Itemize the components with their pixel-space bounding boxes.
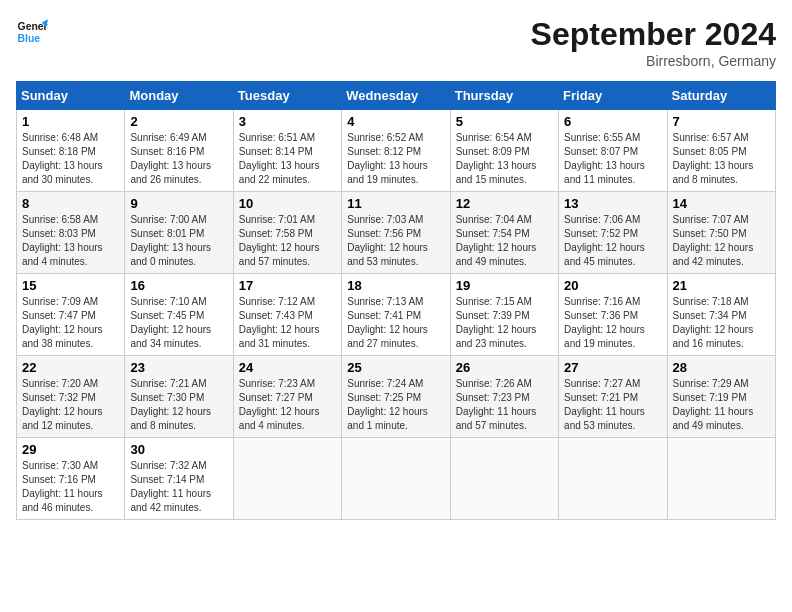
day-info: Sunrise: 7:29 AM Sunset: 7:19 PM Dayligh… [673, 377, 770, 433]
day-info: Sunrise: 6:52 AM Sunset: 8:12 PM Dayligh… [347, 131, 444, 187]
logo: General Blue [16, 16, 48, 48]
calendar-cell: 20 Sunrise: 7:16 AM Sunset: 7:36 PM Dayl… [559, 274, 667, 356]
daylight-text: Daylight: 11 hours and 49 minutes. [673, 405, 770, 433]
calendar-cell: 28 Sunrise: 7:29 AM Sunset: 7:19 PM Dayl… [667, 356, 775, 438]
sunset-text: Sunset: 7:41 PM [347, 309, 444, 323]
day-info: Sunrise: 7:13 AM Sunset: 7:41 PM Dayligh… [347, 295, 444, 351]
day-number: 28 [673, 360, 770, 375]
sunset-text: Sunset: 7:36 PM [564, 309, 661, 323]
sunset-text: Sunset: 7:56 PM [347, 227, 444, 241]
day-number: 13 [564, 196, 661, 211]
daylight-text: Daylight: 12 hours and 23 minutes. [456, 323, 553, 351]
sunset-text: Sunset: 7:39 PM [456, 309, 553, 323]
day-number: 25 [347, 360, 444, 375]
day-info: Sunrise: 7:24 AM Sunset: 7:25 PM Dayligh… [347, 377, 444, 433]
calendar-cell [342, 438, 450, 520]
day-number: 3 [239, 114, 336, 129]
day-number: 8 [22, 196, 119, 211]
day-number: 26 [456, 360, 553, 375]
day-info: Sunrise: 7:26 AM Sunset: 7:23 PM Dayligh… [456, 377, 553, 433]
day-info: Sunrise: 7:27 AM Sunset: 7:21 PM Dayligh… [564, 377, 661, 433]
sunset-text: Sunset: 8:16 PM [130, 145, 227, 159]
day-number: 15 [22, 278, 119, 293]
sunset-text: Sunset: 8:07 PM [564, 145, 661, 159]
col-sunday: Sunday [17, 82, 125, 110]
daylight-text: Daylight: 12 hours and 45 minutes. [564, 241, 661, 269]
sunset-text: Sunset: 8:12 PM [347, 145, 444, 159]
col-saturday: Saturday [667, 82, 775, 110]
daylight-text: Daylight: 13 hours and 22 minutes. [239, 159, 336, 187]
sunset-text: Sunset: 7:30 PM [130, 391, 227, 405]
sunrise-text: Sunrise: 7:13 AM [347, 295, 444, 309]
day-info: Sunrise: 7:00 AM Sunset: 8:01 PM Dayligh… [130, 213, 227, 269]
daylight-text: Daylight: 13 hours and 8 minutes. [673, 159, 770, 187]
calendar-cell: 3 Sunrise: 6:51 AM Sunset: 8:14 PM Dayli… [233, 110, 341, 192]
day-number: 30 [130, 442, 227, 457]
sunset-text: Sunset: 7:16 PM [22, 473, 119, 487]
calendar-row-2: 15 Sunrise: 7:09 AM Sunset: 7:47 PM Dayl… [17, 274, 776, 356]
daylight-text: Daylight: 13 hours and 4 minutes. [22, 241, 119, 269]
sunset-text: Sunset: 7:54 PM [456, 227, 553, 241]
day-info: Sunrise: 7:20 AM Sunset: 7:32 PM Dayligh… [22, 377, 119, 433]
sunrise-text: Sunrise: 6:52 AM [347, 131, 444, 145]
sunrise-text: Sunrise: 7:29 AM [673, 377, 770, 391]
sunrise-text: Sunrise: 7:20 AM [22, 377, 119, 391]
sunrise-text: Sunrise: 6:51 AM [239, 131, 336, 145]
sunset-text: Sunset: 7:14 PM [130, 473, 227, 487]
sunset-text: Sunset: 7:23 PM [456, 391, 553, 405]
calendar-cell: 17 Sunrise: 7:12 AM Sunset: 7:43 PM Dayl… [233, 274, 341, 356]
calendar-cell: 23 Sunrise: 7:21 AM Sunset: 7:30 PM Dayl… [125, 356, 233, 438]
day-info: Sunrise: 7:32 AM Sunset: 7:14 PM Dayligh… [130, 459, 227, 515]
calendar-row-3: 22 Sunrise: 7:20 AM Sunset: 7:32 PM Dayl… [17, 356, 776, 438]
calendar-cell: 4 Sunrise: 6:52 AM Sunset: 8:12 PM Dayli… [342, 110, 450, 192]
sunrise-text: Sunrise: 6:57 AM [673, 131, 770, 145]
calendar-cell: 11 Sunrise: 7:03 AM Sunset: 7:56 PM Dayl… [342, 192, 450, 274]
day-info: Sunrise: 7:07 AM Sunset: 7:50 PM Dayligh… [673, 213, 770, 269]
day-info: Sunrise: 7:23 AM Sunset: 7:27 PM Dayligh… [239, 377, 336, 433]
day-number: 11 [347, 196, 444, 211]
day-number: 27 [564, 360, 661, 375]
sunset-text: Sunset: 8:18 PM [22, 145, 119, 159]
day-number: 10 [239, 196, 336, 211]
calendar-cell: 22 Sunrise: 7:20 AM Sunset: 7:32 PM Dayl… [17, 356, 125, 438]
daylight-text: Daylight: 12 hours and 19 minutes. [564, 323, 661, 351]
col-thursday: Thursday [450, 82, 558, 110]
daylight-text: Daylight: 12 hours and 16 minutes. [673, 323, 770, 351]
sunrise-text: Sunrise: 7:15 AM [456, 295, 553, 309]
sunset-text: Sunset: 7:27 PM [239, 391, 336, 405]
day-number: 4 [347, 114, 444, 129]
daylight-text: Daylight: 12 hours and 53 minutes. [347, 241, 444, 269]
sunset-text: Sunset: 7:21 PM [564, 391, 661, 405]
location: Birresborn, Germany [531, 53, 776, 69]
calendar-cell: 7 Sunrise: 6:57 AM Sunset: 8:05 PM Dayli… [667, 110, 775, 192]
sunset-text: Sunset: 7:50 PM [673, 227, 770, 241]
daylight-text: Daylight: 13 hours and 15 minutes. [456, 159, 553, 187]
day-number: 22 [22, 360, 119, 375]
calendar-cell [559, 438, 667, 520]
col-wednesday: Wednesday [342, 82, 450, 110]
calendar-cell: 21 Sunrise: 7:18 AM Sunset: 7:34 PM Dayl… [667, 274, 775, 356]
calendar-cell: 15 Sunrise: 7:09 AM Sunset: 7:47 PM Dayl… [17, 274, 125, 356]
day-number: 18 [347, 278, 444, 293]
calendar-cell: 13 Sunrise: 7:06 AM Sunset: 7:52 PM Dayl… [559, 192, 667, 274]
col-monday: Monday [125, 82, 233, 110]
daylight-text: Daylight: 13 hours and 26 minutes. [130, 159, 227, 187]
sunset-text: Sunset: 7:45 PM [130, 309, 227, 323]
calendar-cell: 5 Sunrise: 6:54 AM Sunset: 8:09 PM Dayli… [450, 110, 558, 192]
sunset-text: Sunset: 7:58 PM [239, 227, 336, 241]
day-info: Sunrise: 7:04 AM Sunset: 7:54 PM Dayligh… [456, 213, 553, 269]
day-number: 16 [130, 278, 227, 293]
calendar-cell: 24 Sunrise: 7:23 AM Sunset: 7:27 PM Dayl… [233, 356, 341, 438]
calendar-cell: 19 Sunrise: 7:15 AM Sunset: 7:39 PM Dayl… [450, 274, 558, 356]
day-info: Sunrise: 7:12 AM Sunset: 7:43 PM Dayligh… [239, 295, 336, 351]
sunrise-text: Sunrise: 7:07 AM [673, 213, 770, 227]
calendar-cell [233, 438, 341, 520]
sunrise-text: Sunrise: 7:09 AM [22, 295, 119, 309]
daylight-text: Daylight: 13 hours and 30 minutes. [22, 159, 119, 187]
daylight-text: Daylight: 13 hours and 19 minutes. [347, 159, 444, 187]
sunrise-text: Sunrise: 6:58 AM [22, 213, 119, 227]
month-title: September 2024 [531, 16, 776, 53]
calendar-cell: 27 Sunrise: 7:27 AM Sunset: 7:21 PM Dayl… [559, 356, 667, 438]
sunset-text: Sunset: 8:05 PM [673, 145, 770, 159]
day-info: Sunrise: 6:51 AM Sunset: 8:14 PM Dayligh… [239, 131, 336, 187]
